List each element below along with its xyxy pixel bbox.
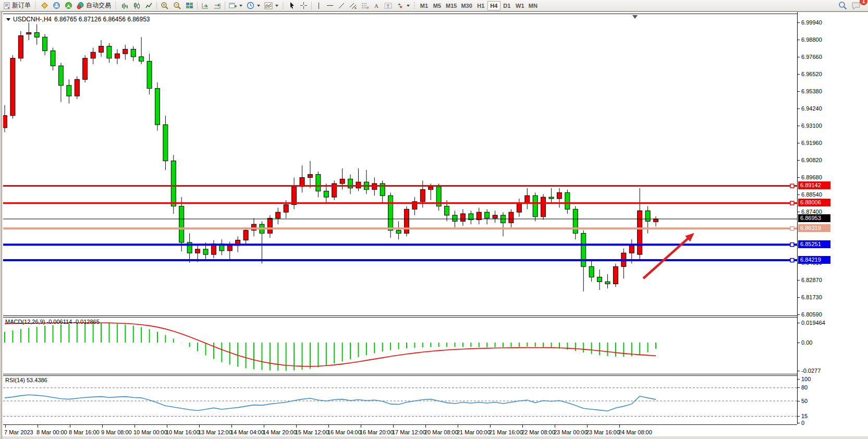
tile-windows-icon	[186, 2, 193, 9]
indicators-button[interactable]	[262, 1, 280, 11]
notifications-button[interactable]: 1	[849, 1, 863, 11]
timeframe-button-h1[interactable]: H1	[474, 1, 487, 10]
price-tick-mark	[798, 423, 800, 423]
cursor-button[interactable]	[286, 1, 298, 11]
timeframe-button-d1[interactable]: D1	[500, 1, 514, 10]
price-tick-mark	[798, 212, 800, 212]
time-tick-label: 10 Mar 00:00	[133, 429, 167, 435]
text-button[interactable]: A	[371, 1, 382, 11]
price-tick-mark	[798, 387, 800, 388]
price-tick-label: 80	[801, 384, 808, 391]
equidistant-channel-button[interactable]: E	[347, 1, 359, 11]
timeframe-button-h4[interactable]: H4	[487, 1, 500, 10]
candlestick-chart-button[interactable]	[131, 1, 143, 11]
crosshair-button[interactable]	[298, 1, 310, 11]
market-icon	[41, 2, 48, 9]
candle-body	[605, 282, 610, 284]
chart-shift-marker-icon[interactable]	[632, 15, 638, 19]
chart-menu-icon[interactable]	[6, 18, 10, 21]
line-chart-button[interactable]	[143, 1, 155, 11]
auto-scroll-button[interactable]	[199, 1, 211, 11]
price-tick-mark	[798, 143, 800, 143]
zoom-out-button[interactable]	[171, 1, 184, 11]
time-tick-mark	[490, 425, 491, 428]
autotrading-button[interactable]: 自动交易	[75, 1, 113, 11]
line-anchor-marker[interactable]	[790, 184, 794, 188]
horizontal-line-icon	[326, 2, 334, 9]
candle-body	[18, 35, 23, 58]
macd-values: -0.006114 -0.012865	[46, 319, 99, 325]
price-tick-mark	[798, 177, 800, 178]
price-line-badge: 6.86319	[798, 224, 830, 232]
time-tick-mark	[458, 425, 458, 428]
bar-chart-icon	[121, 2, 129, 9]
horizontal-line-button[interactable]	[324, 1, 336, 11]
timeframe-button-m5[interactable]: M5	[431, 1, 444, 10]
time-tick-label: 9 Mar 08:00	[101, 429, 132, 435]
trendline-button[interactable]	[336, 1, 347, 11]
time-tick-mark	[135, 425, 135, 428]
line-anchor-marker[interactable]	[790, 243, 794, 247]
timeframe-button-m1[interactable]: M1	[418, 1, 431, 10]
timeframe-button-w1[interactable]: W1	[514, 1, 527, 10]
new-order-label: 新订单	[12, 1, 31, 10]
time-tick-mark	[425, 425, 426, 428]
price-tick-label: 6.95380	[801, 88, 822, 94]
search-button[interactable]	[836, 1, 849, 11]
fibonacci-button[interactable]: F	[359, 1, 371, 11]
price-tick-label: 0.00	[801, 339, 812, 346]
line-anchor-marker[interactable]	[790, 227, 794, 230]
new-chart-icon	[229, 2, 237, 9]
price-tick-label: 6.94240	[801, 105, 822, 112]
text-label-button[interactable]: T	[382, 1, 394, 11]
toolbar-separator	[197, 2, 198, 10]
rsi-line	[5, 395, 656, 411]
time-tick-label: 15 Mar 12:00	[295, 429, 329, 435]
zoom-in-button[interactable]	[158, 1, 171, 11]
price-tick-label: 50	[801, 398, 808, 404]
period-button[interactable]	[244, 1, 262, 11]
signals-button[interactable]	[63, 1, 75, 11]
timeframe-button-m15[interactable]: M15	[444, 1, 459, 10]
macd-indicator-pane[interactable]: MACD(12,26,9) -0.006114 -0.012865	[3, 317, 797, 374]
arrows-button[interactable]	[394, 1, 412, 11]
community-button[interactable]	[51, 1, 63, 11]
search-icon	[838, 1, 847, 10]
line-anchor-marker[interactable]	[790, 259, 794, 262]
timeframe-button-m30[interactable]: M30	[459, 1, 474, 10]
price-tick-mark	[798, 343, 800, 343]
trend-arrow-object[interactable]	[643, 235, 692, 278]
candle-body	[581, 234, 586, 267]
price-tick-mark	[798, 22, 800, 23]
new-chart-button[interactable]	[227, 1, 244, 11]
time-tick-label: 14 Mar 20:00	[263, 429, 297, 435]
candlestick-chart-icon	[133, 2, 141, 9]
candle-body	[179, 206, 184, 242]
bar-chart-button[interactable]	[119, 1, 131, 11]
candle-body	[557, 192, 561, 199]
new-order-button[interactable]: 新订单	[1, 1, 33, 11]
timeframe-button-mn[interactable]: MN	[527, 1, 540, 10]
vertical-line-button[interactable]	[313, 1, 324, 11]
time-axis[interactable]: 7 Mar 20238 Mar 00:008 Mar 16:009 Mar 08…	[3, 425, 797, 436]
time-tick-label: 24 Mar 08:00	[618, 429, 652, 435]
time-tick-label: 16 Mar 20:00	[360, 429, 394, 435]
autotrading-label: 自动交易	[86, 1, 111, 10]
market-button[interactable]	[39, 1, 51, 11]
price-chart-pane[interactable]: USDCNH-,H4 6.86765 6.87126 6.86456 6.869…	[3, 14, 797, 316]
time-tick-label: 23 Mar 16:00	[586, 429, 620, 435]
candle-body	[573, 209, 578, 233]
line-anchor-marker[interactable]	[790, 201, 794, 205]
chart-shift-button[interactable]	[211, 1, 223, 11]
price-axis[interactable]: 6.999406.988006.976606.965206.953806.942…	[797, 12, 868, 424]
chart-shift-icon	[213, 2, 221, 9]
rsi-indicator-pane[interactable]: RSI(14) 53.4386	[3, 375, 797, 425]
toolbar-separator	[225, 2, 225, 10]
candle-body	[227, 246, 232, 251]
price-tick-mark	[798, 194, 800, 195]
macd-label: MACD(12,26,9) -0.006114 -0.012865	[5, 319, 100, 325]
time-tick-mark	[199, 425, 200, 428]
time-tick-label: 21 Mar 16:00	[489, 429, 523, 435]
candle-body	[58, 66, 63, 86]
tile-windows-button[interactable]	[184, 1, 195, 11]
